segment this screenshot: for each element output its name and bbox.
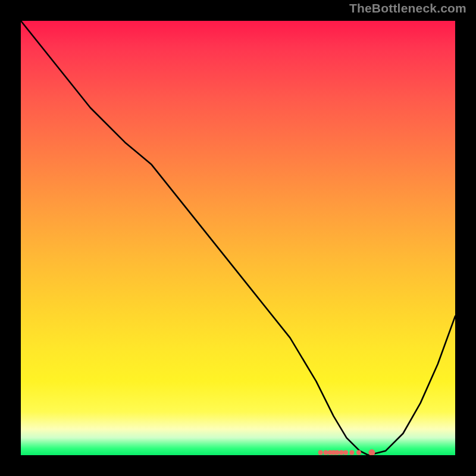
plot-svg [21, 21, 455, 455]
marker-dot [356, 450, 361, 455]
watermark-text: TheBottleneck.com [349, 1, 466, 15]
chart-container: TheBottleneck.com [0, 0, 476, 476]
bottleneck-curve [21, 21, 455, 455]
marker-dot [318, 450, 323, 455]
plot-area [21, 21, 455, 455]
marker-dot [349, 450, 354, 455]
marker-dot [334, 450, 339, 455]
marker-dot [339, 450, 344, 455]
marker-dot [323, 450, 328, 455]
marker-dot [343, 450, 348, 455]
marker-dot [368, 449, 375, 455]
